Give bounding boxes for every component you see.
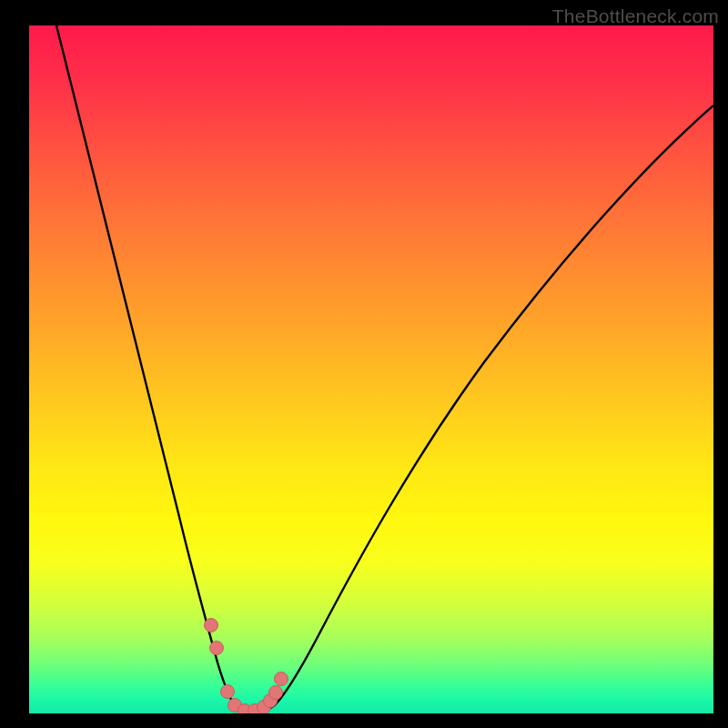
chart-frame: TheBottleneck.com [0, 0, 728, 728]
chart-svg [29, 25, 713, 713]
marker-dot [275, 672, 288, 686]
highlight-markers [205, 619, 288, 714]
marker-dot [221, 685, 235, 699]
bottleneck-curve [56, 25, 713, 713]
marker-dot [210, 642, 224, 655]
watermark-text: TheBottleneck.com [552, 5, 719, 27]
marker-dot [269, 686, 283, 700]
marker-dot [205, 619, 218, 632]
plot-area [29, 25, 713, 713]
